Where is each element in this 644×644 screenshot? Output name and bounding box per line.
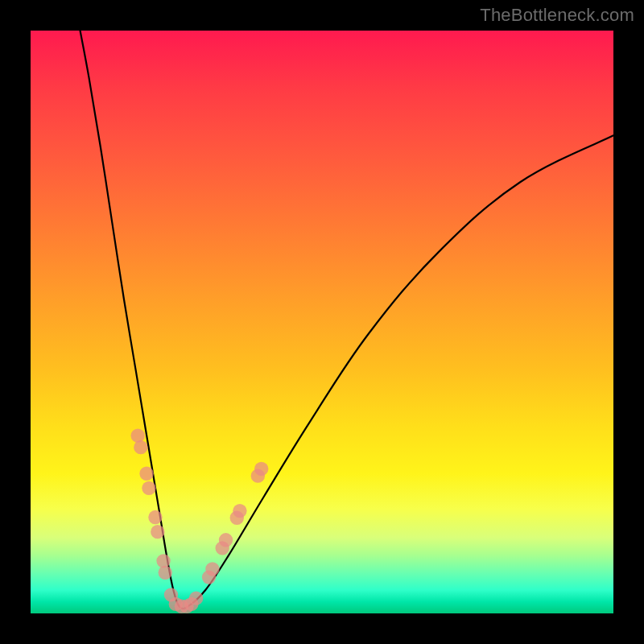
plot-area	[31, 31, 613, 613]
highlight-dot	[131, 428, 145, 442]
highlight-dot	[148, 510, 162, 524]
highlight-dot	[189, 591, 203, 605]
highlight-dot	[139, 467, 153, 481]
highlight-dot	[219, 533, 233, 547]
highlight-dot	[151, 525, 164, 539]
highlight-dot	[134, 440, 147, 454]
highlight-dot	[142, 481, 155, 495]
dot-layer	[131, 428, 269, 613]
highlight-dot	[159, 566, 172, 580]
watermark-text: TheBottleneck.com	[480, 5, 634, 26]
highlight-dot	[205, 562, 219, 576]
curve-svg	[31, 31, 613, 613]
highlight-dot	[254, 462, 268, 476]
highlight-dot	[233, 504, 246, 518]
chart-frame: TheBottleneck.com	[0, 0, 644, 644]
